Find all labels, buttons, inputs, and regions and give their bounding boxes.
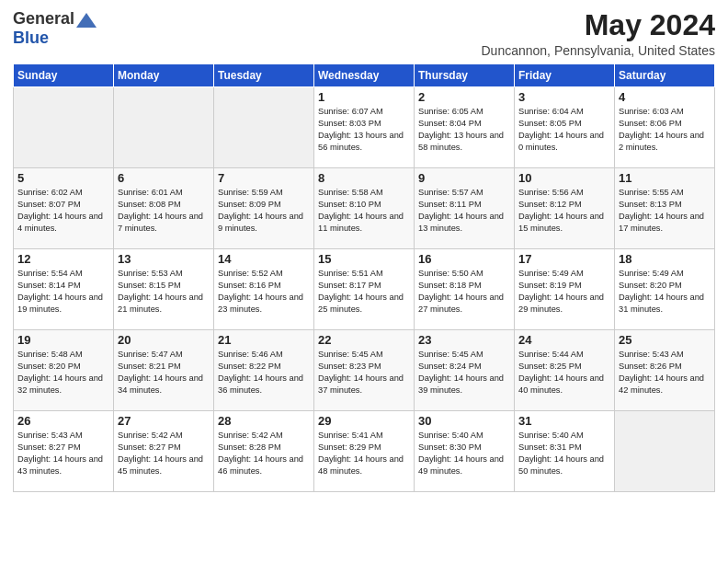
cell-info: Sunrise: 6:02 AMSunset: 8:07 PMDaylight:… <box>17 187 109 235</box>
col-header-thursday: Thursday <box>415 64 515 87</box>
sunrise-text: Sunrise: 5:43 AM <box>619 349 711 361</box>
daylight-text: Daylight: 14 hours and 48 minutes. <box>318 454 410 477</box>
daylight-text: Daylight: 14 hours and 27 minutes. <box>418 292 510 316</box>
calendar-cell: 27Sunrise: 5:42 AMSunset: 8:27 PMDayligh… <box>114 411 214 492</box>
calendar-cell: 17Sunrise: 5:49 AMSunset: 8:19 PMDayligh… <box>515 249 615 330</box>
logo-icon <box>76 13 97 28</box>
calendar-cell <box>114 87 214 168</box>
calendar-cell: 13Sunrise: 5:53 AMSunset: 8:15 PMDayligh… <box>114 249 214 330</box>
sunset-text: Sunset: 8:10 PM <box>318 199 410 211</box>
sunset-text: Sunset: 8:26 PM <box>619 361 711 373</box>
logo: General Blue <box>13 9 97 48</box>
sunset-text: Sunset: 8:15 PM <box>118 280 210 292</box>
sunrise-text: Sunrise: 5:56 AM <box>518 187 610 199</box>
sunrise-text: Sunrise: 5:49 AM <box>619 268 711 280</box>
calendar-table: SundayMondayTuesdayWednesdayThursdayFrid… <box>13 63 715 492</box>
calendar-cell: 18Sunrise: 5:49 AMSunset: 8:20 PMDayligh… <box>615 249 715 330</box>
sunrise-text: Sunrise: 5:53 AM <box>118 268 210 280</box>
cell-info: Sunrise: 5:42 AMSunset: 8:28 PMDaylight:… <box>218 430 310 477</box>
sunrise-text: Sunrise: 5:47 AM <box>118 349 210 361</box>
calendar-cell: 31Sunrise: 5:40 AMSunset: 8:31 PMDayligh… <box>515 411 615 492</box>
sunrise-text: Sunrise: 6:01 AM <box>118 187 210 199</box>
cell-day-number: 6 <box>118 171 210 185</box>
calendar-cell: 7Sunrise: 5:59 AMSunset: 8:09 PMDaylight… <box>214 168 314 249</box>
calendar-cell: 28Sunrise: 5:42 AMSunset: 8:28 PMDayligh… <box>214 411 314 492</box>
cell-info: Sunrise: 6:07 AMSunset: 8:03 PMDaylight:… <box>318 106 410 154</box>
daylight-text: Daylight: 14 hours and 17 minutes. <box>619 211 711 235</box>
daylight-text: Daylight: 14 hours and 0 minutes. <box>518 130 610 154</box>
calendar-cell: 24Sunrise: 5:44 AMSunset: 8:25 PMDayligh… <box>515 330 615 411</box>
cell-day-number: 14 <box>218 252 310 266</box>
cell-day-number: 20 <box>118 333 210 347</box>
col-header-tuesday: Tuesday <box>214 64 314 87</box>
sunrise-text: Sunrise: 5:41 AM <box>318 430 410 442</box>
calendar-cell: 30Sunrise: 5:40 AMSunset: 8:30 PMDayligh… <box>415 411 515 492</box>
calendar-cell: 23Sunrise: 5:45 AMSunset: 8:24 PMDayligh… <box>415 330 515 411</box>
sunrise-text: Sunrise: 5:52 AM <box>218 268 310 280</box>
calendar-week-row: 5Sunrise: 6:02 AMSunset: 8:07 PMDaylight… <box>14 168 715 249</box>
cell-day-number: 31 <box>518 414 610 428</box>
cell-day-number: 13 <box>118 252 210 266</box>
calendar-cell: 6Sunrise: 6:01 AMSunset: 8:08 PMDaylight… <box>114 168 214 249</box>
cell-info: Sunrise: 5:49 AMSunset: 8:20 PMDaylight:… <box>619 268 711 316</box>
sunset-text: Sunset: 8:29 PM <box>318 442 410 454</box>
daylight-text: Daylight: 14 hours and 2 minutes. <box>619 130 711 154</box>
calendar-cell: 1Sunrise: 6:07 AMSunset: 8:03 PMDaylight… <box>314 87 415 168</box>
daylight-text: Daylight: 14 hours and 31 minutes. <box>619 292 711 316</box>
daylight-text: Daylight: 14 hours and 29 minutes. <box>518 292 610 316</box>
cell-day-number: 25 <box>619 333 711 347</box>
daylight-text: Daylight: 14 hours and 43 minutes. <box>17 454 109 477</box>
calendar-cell <box>214 87 314 168</box>
calendar-cell: 22Sunrise: 5:45 AMSunset: 8:23 PMDayligh… <box>314 330 415 411</box>
daylight-text: Daylight: 14 hours and 25 minutes. <box>318 292 410 316</box>
cell-day-number: 27 <box>118 414 210 428</box>
sunset-text: Sunset: 8:19 PM <box>518 280 610 292</box>
cell-info: Sunrise: 5:41 AMSunset: 8:29 PMDaylight:… <box>318 430 410 477</box>
sunrise-text: Sunrise: 5:43 AM <box>17 430 109 442</box>
sunset-text: Sunset: 8:05 PM <box>518 118 610 130</box>
cell-info: Sunrise: 5:54 AMSunset: 8:14 PMDaylight:… <box>17 268 109 316</box>
daylight-text: Daylight: 14 hours and 4 minutes. <box>17 211 109 235</box>
cell-info: Sunrise: 5:51 AMSunset: 8:17 PMDaylight:… <box>318 268 410 316</box>
calendar-cell: 14Sunrise: 5:52 AMSunset: 8:16 PMDayligh… <box>214 249 314 330</box>
cell-day-number: 10 <box>518 171 610 185</box>
sunset-text: Sunset: 8:24 PM <box>418 361 510 373</box>
sunset-text: Sunset: 8:06 PM <box>619 118 711 130</box>
daylight-text: Daylight: 14 hours and 32 minutes. <box>17 373 109 396</box>
calendar-cell: 20Sunrise: 5:47 AMSunset: 8:21 PMDayligh… <box>114 330 214 411</box>
daylight-text: Daylight: 14 hours and 36 minutes. <box>218 373 310 396</box>
cell-info: Sunrise: 5:40 AMSunset: 8:30 PMDaylight:… <box>418 430 510 477</box>
cell-day-number: 18 <box>619 252 711 266</box>
sunset-text: Sunset: 8:03 PM <box>318 118 410 130</box>
sunrise-text: Sunrise: 6:05 AM <box>418 106 510 118</box>
daylight-text: Daylight: 14 hours and 45 minutes. <box>118 454 210 477</box>
cell-info: Sunrise: 6:05 AMSunset: 8:04 PMDaylight:… <box>418 106 510 154</box>
sunrise-text: Sunrise: 5:45 AM <box>318 349 410 361</box>
daylight-text: Daylight: 14 hours and 23 minutes. <box>218 292 310 316</box>
cell-day-number: 21 <box>218 333 310 347</box>
cell-info: Sunrise: 6:01 AMSunset: 8:08 PMDaylight:… <box>118 187 210 235</box>
cell-info: Sunrise: 5:49 AMSunset: 8:19 PMDaylight:… <box>518 268 610 316</box>
cell-day-number: 5 <box>17 171 109 185</box>
daylight-text: Daylight: 14 hours and 39 minutes. <box>418 373 510 396</box>
cell-day-number: 16 <box>418 252 510 266</box>
calendar-cell: 8Sunrise: 5:58 AMSunset: 8:10 PMDaylight… <box>314 168 415 249</box>
sunrise-text: Sunrise: 5:51 AM <box>318 268 410 280</box>
sunset-text: Sunset: 8:11 PM <box>418 199 510 211</box>
sunrise-text: Sunrise: 5:48 AM <box>17 349 109 361</box>
cell-day-number: 4 <box>619 90 711 104</box>
cell-info: Sunrise: 6:03 AMSunset: 8:06 PMDaylight:… <box>619 106 711 154</box>
sunrise-text: Sunrise: 5:40 AM <box>418 430 510 442</box>
cell-day-number: 23 <box>418 333 510 347</box>
cell-day-number: 3 <box>518 90 610 104</box>
daylight-text: Daylight: 14 hours and 50 minutes. <box>518 454 610 477</box>
cell-info: Sunrise: 5:45 AMSunset: 8:23 PMDaylight:… <box>318 349 410 396</box>
calendar-cell: 5Sunrise: 6:02 AMSunset: 8:07 PMDaylight… <box>14 168 114 249</box>
cell-info: Sunrise: 5:47 AMSunset: 8:21 PMDaylight:… <box>118 349 210 396</box>
sunset-text: Sunset: 8:17 PM <box>318 280 410 292</box>
cell-day-number: 8 <box>318 171 410 185</box>
daylight-text: Daylight: 14 hours and 46 minutes. <box>218 454 310 477</box>
logo-general-text: General <box>13 9 74 29</box>
header: General Blue May 2024 Duncannon, Pennsyl… <box>13 9 715 58</box>
cell-info: Sunrise: 5:45 AMSunset: 8:24 PMDaylight:… <box>418 349 510 396</box>
